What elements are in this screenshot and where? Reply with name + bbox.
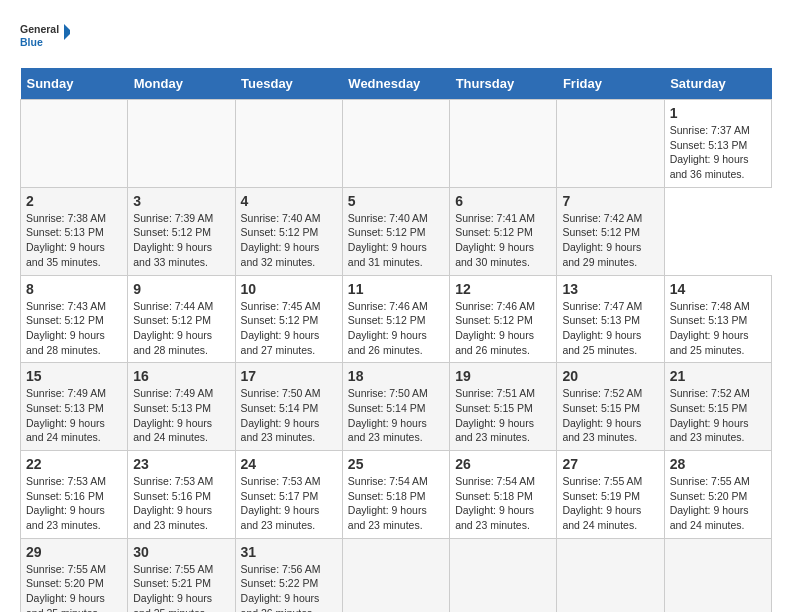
day-info: Sunrise: 7:38 AMSunset: 5:13 PMDaylight:…: [26, 211, 122, 270]
day-info: Sunrise: 7:54 AMSunset: 5:18 PMDaylight:…: [348, 474, 444, 533]
empty-cell: [450, 538, 557, 612]
day-number: 4: [241, 193, 337, 209]
day-info: Sunrise: 7:40 AMSunset: 5:12 PMDaylight:…: [348, 211, 444, 270]
day-number: 26: [455, 456, 551, 472]
day-number: 25: [348, 456, 444, 472]
day-info: Sunrise: 7:53 AMSunset: 5:16 PMDaylight:…: [26, 474, 122, 533]
day-info: Sunrise: 7:39 AMSunset: 5:12 PMDaylight:…: [133, 211, 229, 270]
day-info: Sunrise: 7:46 AMSunset: 5:12 PMDaylight:…: [348, 299, 444, 358]
empty-cell: [21, 100, 128, 188]
day-cell-1: 1Sunrise: 7:37 AMSunset: 5:13 PMDaylight…: [664, 100, 771, 188]
svg-text:Blue: Blue: [20, 36, 43, 48]
day-cell-31: 31Sunrise: 7:56 AMSunset: 5:22 PMDayligh…: [235, 538, 342, 612]
day-cell-13: 13Sunrise: 7:47 AMSunset: 5:13 PMDayligh…: [557, 275, 664, 363]
day-info: Sunrise: 7:54 AMSunset: 5:18 PMDaylight:…: [455, 474, 551, 533]
day-info: Sunrise: 7:55 AMSunset: 5:20 PMDaylight:…: [670, 474, 766, 533]
empty-cell: [342, 100, 449, 188]
day-number: 17: [241, 368, 337, 384]
day-number: 20: [562, 368, 658, 384]
day-cell-15: 15Sunrise: 7:49 AMSunset: 5:13 PMDayligh…: [21, 363, 128, 451]
logo-svg: General Blue: [20, 20, 70, 52]
day-info: Sunrise: 7:49 AMSunset: 5:13 PMDaylight:…: [133, 386, 229, 445]
day-info: Sunrise: 7:52 AMSunset: 5:15 PMDaylight:…: [562, 386, 658, 445]
day-cell-18: 18Sunrise: 7:50 AMSunset: 5:14 PMDayligh…: [342, 363, 449, 451]
day-number: 21: [670, 368, 766, 384]
day-number: 16: [133, 368, 229, 384]
day-number: 28: [670, 456, 766, 472]
day-cell-8: 8Sunrise: 7:43 AMSunset: 5:12 PMDaylight…: [21, 275, 128, 363]
col-header-wednesday: Wednesday: [342, 68, 449, 100]
day-cell-10: 10Sunrise: 7:45 AMSunset: 5:12 PMDayligh…: [235, 275, 342, 363]
empty-cell: [235, 100, 342, 188]
day-cell-20: 20Sunrise: 7:52 AMSunset: 5:15 PMDayligh…: [557, 363, 664, 451]
day-cell-5: 5Sunrise: 7:40 AMSunset: 5:12 PMDaylight…: [342, 187, 449, 275]
day-cell-29: 29Sunrise: 7:55 AMSunset: 5:20 PMDayligh…: [21, 538, 128, 612]
day-number: 7: [562, 193, 658, 209]
col-header-friday: Friday: [557, 68, 664, 100]
day-info: Sunrise: 7:50 AMSunset: 5:14 PMDaylight:…: [348, 386, 444, 445]
day-info: Sunrise: 7:41 AMSunset: 5:12 PMDaylight:…: [455, 211, 551, 270]
day-number: 30: [133, 544, 229, 560]
day-number: 3: [133, 193, 229, 209]
svg-marker-2: [64, 24, 70, 40]
day-info: Sunrise: 7:40 AMSunset: 5:12 PMDaylight:…: [241, 211, 337, 270]
day-info: Sunrise: 7:37 AMSunset: 5:13 PMDaylight:…: [670, 123, 766, 182]
empty-cell: [450, 100, 557, 188]
col-header-monday: Monday: [128, 68, 235, 100]
day-number: 8: [26, 281, 122, 297]
calendar-table: SundayMondayTuesdayWednesdayThursdayFrid…: [20, 68, 772, 612]
day-cell-17: 17Sunrise: 7:50 AMSunset: 5:14 PMDayligh…: [235, 363, 342, 451]
day-cell-24: 24Sunrise: 7:53 AMSunset: 5:17 PMDayligh…: [235, 451, 342, 539]
day-info: Sunrise: 7:45 AMSunset: 5:12 PMDaylight:…: [241, 299, 337, 358]
day-cell-11: 11Sunrise: 7:46 AMSunset: 5:12 PMDayligh…: [342, 275, 449, 363]
day-number: 11: [348, 281, 444, 297]
day-number: 14: [670, 281, 766, 297]
day-number: 6: [455, 193, 551, 209]
day-cell-25: 25Sunrise: 7:54 AMSunset: 5:18 PMDayligh…: [342, 451, 449, 539]
day-cell-14: 14Sunrise: 7:48 AMSunset: 5:13 PMDayligh…: [664, 275, 771, 363]
empty-cell: [342, 538, 449, 612]
day-cell-26: 26Sunrise: 7:54 AMSunset: 5:18 PMDayligh…: [450, 451, 557, 539]
day-info: Sunrise: 7:42 AMSunset: 5:12 PMDaylight:…: [562, 211, 658, 270]
day-info: Sunrise: 7:47 AMSunset: 5:13 PMDaylight:…: [562, 299, 658, 358]
day-info: Sunrise: 7:51 AMSunset: 5:15 PMDaylight:…: [455, 386, 551, 445]
day-info: Sunrise: 7:48 AMSunset: 5:13 PMDaylight:…: [670, 299, 766, 358]
day-number: 27: [562, 456, 658, 472]
day-number: 2: [26, 193, 122, 209]
day-info: Sunrise: 7:56 AMSunset: 5:22 PMDaylight:…: [241, 562, 337, 612]
day-info: Sunrise: 7:44 AMSunset: 5:12 PMDaylight:…: [133, 299, 229, 358]
day-info: Sunrise: 7:55 AMSunset: 5:20 PMDaylight:…: [26, 562, 122, 612]
day-info: Sunrise: 7:55 AMSunset: 5:21 PMDaylight:…: [133, 562, 229, 612]
day-info: Sunrise: 7:46 AMSunset: 5:12 PMDaylight:…: [455, 299, 551, 358]
day-number: 12: [455, 281, 551, 297]
logo: General Blue: [20, 20, 70, 52]
day-info: Sunrise: 7:53 AMSunset: 5:17 PMDaylight:…: [241, 474, 337, 533]
day-cell-16: 16Sunrise: 7:49 AMSunset: 5:13 PMDayligh…: [128, 363, 235, 451]
day-number: 23: [133, 456, 229, 472]
day-cell-2: 2Sunrise: 7:38 AMSunset: 5:13 PMDaylight…: [21, 187, 128, 275]
day-number: 18: [348, 368, 444, 384]
day-cell-21: 21Sunrise: 7:52 AMSunset: 5:15 PMDayligh…: [664, 363, 771, 451]
svg-text:General: General: [20, 23, 59, 35]
day-number: 5: [348, 193, 444, 209]
day-info: Sunrise: 7:55 AMSunset: 5:19 PMDaylight:…: [562, 474, 658, 533]
col-header-tuesday: Tuesday: [235, 68, 342, 100]
day-cell-30: 30Sunrise: 7:55 AMSunset: 5:21 PMDayligh…: [128, 538, 235, 612]
col-header-saturday: Saturday: [664, 68, 771, 100]
day-cell-7: 7Sunrise: 7:42 AMSunset: 5:12 PMDaylight…: [557, 187, 664, 275]
day-number: 10: [241, 281, 337, 297]
day-cell-3: 3Sunrise: 7:39 AMSunset: 5:12 PMDaylight…: [128, 187, 235, 275]
page-header: General Blue: [20, 20, 772, 52]
day-cell-6: 6Sunrise: 7:41 AMSunset: 5:12 PMDaylight…: [450, 187, 557, 275]
day-cell-22: 22Sunrise: 7:53 AMSunset: 5:16 PMDayligh…: [21, 451, 128, 539]
col-header-sunday: Sunday: [21, 68, 128, 100]
day-info: Sunrise: 7:43 AMSunset: 5:12 PMDaylight:…: [26, 299, 122, 358]
day-number: 15: [26, 368, 122, 384]
empty-cell: [664, 538, 771, 612]
col-header-thursday: Thursday: [450, 68, 557, 100]
day-cell-23: 23Sunrise: 7:53 AMSunset: 5:16 PMDayligh…: [128, 451, 235, 539]
day-cell-19: 19Sunrise: 7:51 AMSunset: 5:15 PMDayligh…: [450, 363, 557, 451]
day-number: 29: [26, 544, 122, 560]
empty-cell: [557, 538, 664, 612]
day-info: Sunrise: 7:53 AMSunset: 5:16 PMDaylight:…: [133, 474, 229, 533]
